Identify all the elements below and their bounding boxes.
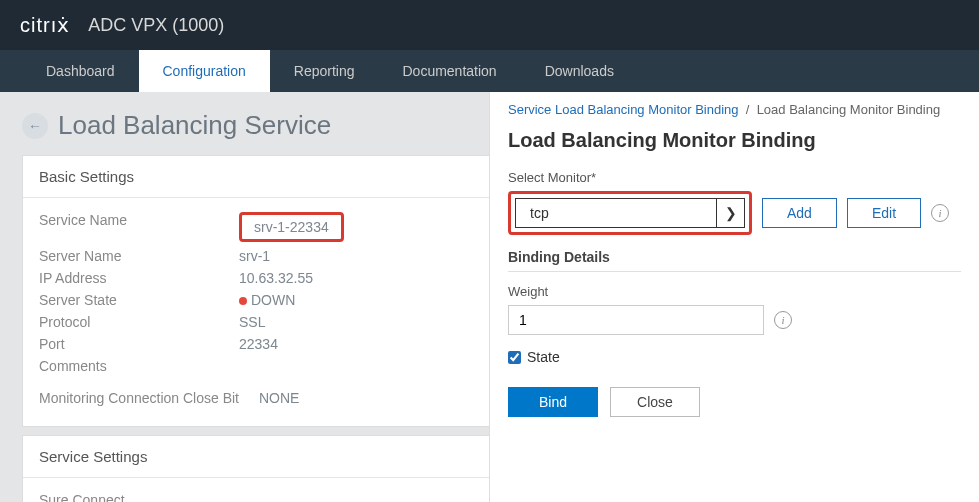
edit-button[interactable]: Edit <box>847 198 921 228</box>
info-icon-weight[interactable]: i <box>774 311 792 329</box>
value-server-name: srv-1 <box>239 248 270 264</box>
label-server-state: Server State <box>39 292 239 308</box>
main-nav: Dashboard Configuration Reporting Docume… <box>0 50 979 92</box>
value-port: 22334 <box>239 336 278 352</box>
info-icon[interactable]: i <box>931 204 949 222</box>
breadcrumb-current: Load Balancing Monitor Binding <box>757 102 941 117</box>
label-ip-address: IP Address <box>39 270 239 286</box>
label-server-name: Server Name <box>39 248 239 264</box>
add-button[interactable]: Add <box>762 198 837 228</box>
value-protocol: SSL <box>239 314 265 330</box>
brand-logo: citrıẋ <box>20 13 70 37</box>
label-select-monitor: Select Monitor* <box>508 170 961 185</box>
back-button[interactable]: ← <box>22 113 48 139</box>
label-comments: Comments <box>39 358 239 374</box>
label-port: Port <box>39 336 239 352</box>
select-monitor-highlight: tcp ❯ <box>508 191 752 235</box>
nav-configuration[interactable]: Configuration <box>139 50 270 92</box>
select-monitor-value: tcp <box>530 205 549 221</box>
label-sure-connect: Sure Connect <box>39 492 239 502</box>
page-title: Load Balancing Service <box>58 110 331 141</box>
value-mon-close-bit: NONE <box>259 390 299 406</box>
value-server-state: DOWN <box>239 292 295 308</box>
value-ip-address: 10.63.32.55 <box>239 270 313 286</box>
nav-reporting[interactable]: Reporting <box>270 50 379 92</box>
select-monitor[interactable]: tcp ❯ <box>515 198 745 228</box>
chevron-right-icon: ❯ <box>716 199 744 227</box>
arrow-left-icon: ← <box>28 118 42 134</box>
label-service-name: Service Name <box>39 212 239 242</box>
breadcrumb-link[interactable]: Service Load Balancing Monitor Binding <box>508 102 739 117</box>
product-name: ADC VPX (1000) <box>88 15 224 36</box>
state-checkbox[interactable] <box>508 351 521 364</box>
close-button[interactable]: Close <box>610 387 700 417</box>
bind-button[interactable]: Bind <box>508 387 598 417</box>
status-down-icon <box>239 297 247 305</box>
top-bar: citrıẋ ADC VPX (1000) <box>0 0 979 50</box>
label-weight: Weight <box>508 284 961 299</box>
nav-downloads[interactable]: Downloads <box>521 50 638 92</box>
label-mon-close-bit: Monitoring Connection Close Bit <box>39 390 259 406</box>
value-service-name: srv-1-22334 <box>239 212 344 242</box>
side-panel-title: Load Balancing Monitor Binding <box>508 129 961 152</box>
nav-dashboard[interactable]: Dashboard <box>22 50 139 92</box>
weight-input[interactable] <box>508 305 764 335</box>
monitor-binding-panel: Service Load Balancing Monitor Binding /… <box>489 92 979 502</box>
state-checkbox-row[interactable]: State <box>508 349 961 365</box>
binding-details-header: Binding Details <box>508 249 961 272</box>
label-state: State <box>527 349 560 365</box>
breadcrumb-sep: / <box>746 102 750 117</box>
breadcrumb: Service Load Balancing Monitor Binding /… <box>508 102 961 117</box>
nav-documentation[interactable]: Documentation <box>378 50 520 92</box>
label-protocol: Protocol <box>39 314 239 330</box>
